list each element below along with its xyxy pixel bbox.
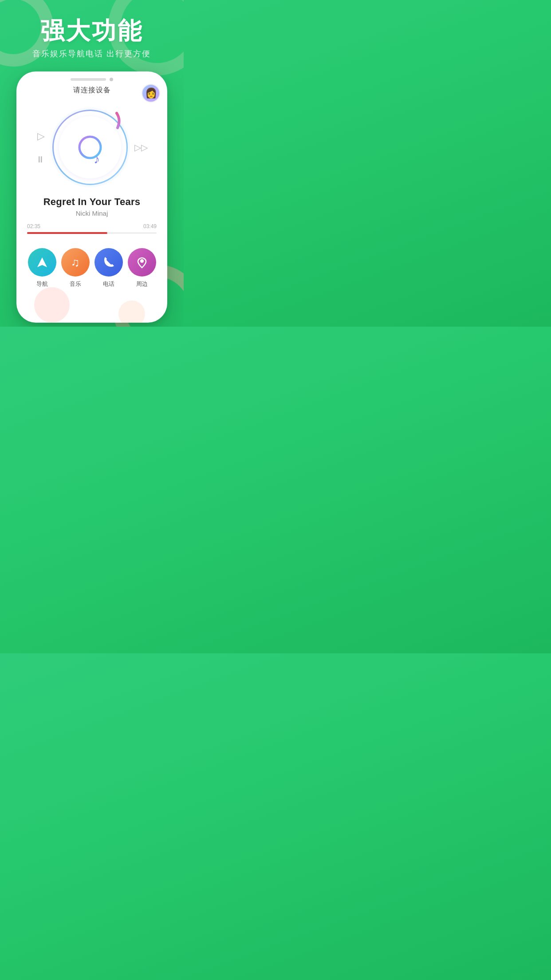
nav-circle xyxy=(28,248,56,277)
song-artist: Nicki Minaj xyxy=(25,209,158,217)
func-item-music[interactable]: ♫ 音乐 xyxy=(61,248,90,288)
music-icon: ♫ xyxy=(71,256,80,269)
phone-label: 电话 xyxy=(103,280,114,288)
location-icon xyxy=(136,256,148,269)
phone-notch xyxy=(16,71,167,84)
song-info: Regret In Your Tears Nicki Minaj xyxy=(16,192,167,219)
svg-marker-2 xyxy=(37,257,47,267)
svg-text:♪: ♪ xyxy=(94,152,100,166)
music-circle: ♫ xyxy=(61,248,90,277)
phone-icon xyxy=(102,256,115,269)
svg-point-3 xyxy=(140,259,144,263)
phone-mockup: 请连接设备 👩 ▷ ⏸ xyxy=(16,71,167,323)
connection-status: 请连接设备 xyxy=(73,86,111,95)
nav-label: 导航 xyxy=(36,280,48,288)
func-item-around[interactable]: 周边 xyxy=(128,248,156,288)
around-label: 周边 xyxy=(136,280,148,288)
fast-forward-button[interactable]: ▷▷ xyxy=(134,142,148,153)
func-item-phone[interactable]: 电话 xyxy=(94,248,123,288)
nav-icon xyxy=(35,256,49,269)
around-circle xyxy=(128,248,156,277)
right-controls: ▷▷ xyxy=(134,142,148,153)
current-time: 02:35 xyxy=(27,223,40,229)
deco-circle-inner-left xyxy=(34,287,70,323)
progress-fill xyxy=(27,232,107,234)
player-area: ▷ ⏸ xyxy=(16,99,167,192)
left-controls: ▷ ⏸ xyxy=(36,130,46,165)
music-label: 音乐 xyxy=(70,280,81,288)
pause-button[interactable]: ⏸ xyxy=(36,154,46,165)
phone-circle xyxy=(94,248,123,277)
progress-section: 02:35 03:49 xyxy=(16,219,167,241)
progress-times: 02:35 03:49 xyxy=(27,223,157,229)
avatar-image: 👩 xyxy=(145,87,157,99)
deco-circle-inner-right xyxy=(118,300,145,323)
vinyl-arc-svg xyxy=(99,111,121,133)
total-time: 03:49 xyxy=(143,223,157,229)
music-note-svg: ♪ xyxy=(94,151,110,167)
bottom-deco xyxy=(16,296,167,314)
phone-topbar: 请连接设备 👩 xyxy=(16,84,167,99)
play-button[interactable]: ▷ xyxy=(37,130,45,142)
main-title: 强大功能 xyxy=(32,18,151,44)
song-title: Regret In Your Tears xyxy=(25,196,158,208)
header-section: 强大功能 音乐娱乐导航电话 出行更方便 xyxy=(24,18,160,59)
progress-track[interactable] xyxy=(27,232,157,234)
notch-bar xyxy=(71,78,106,81)
sub-title: 音乐娱乐导航电话 出行更方便 xyxy=(32,48,151,59)
notch-dot xyxy=(110,78,113,81)
vinyl-disc: ♪ xyxy=(50,107,130,187)
func-item-nav[interactable]: 导航 xyxy=(28,248,56,288)
function-icons: 导航 ♫ 音乐 电话 周边 xyxy=(16,241,167,292)
